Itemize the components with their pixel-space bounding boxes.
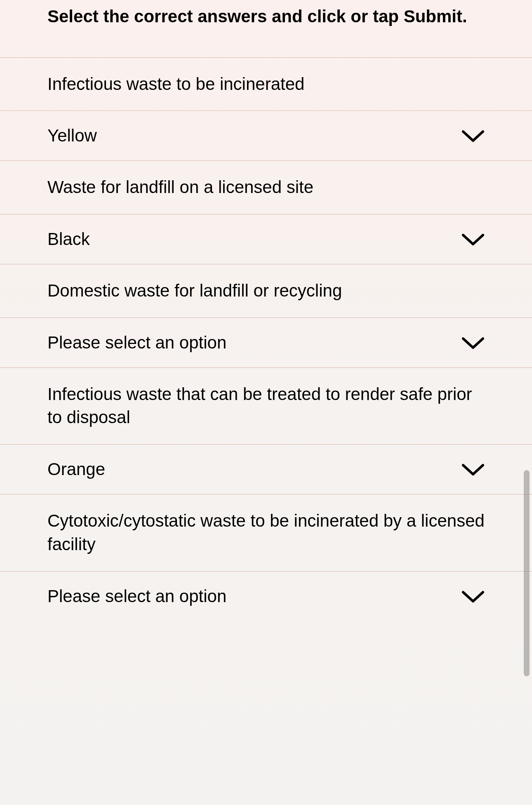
question-row: Domestic waste for landfill or recycling <box>0 264 532 318</box>
scrollbar[interactable] <box>524 470 530 676</box>
answer-select-2[interactable]: Black <box>0 214 532 264</box>
question-row: Cytotoxic/cytostatic waste to be inciner… <box>0 494 532 571</box>
chevron-down-icon <box>461 128 485 143</box>
answer-select-5[interactable]: Please select an option <box>0 571 532 621</box>
question-row: Infectious waste that can be treated to … <box>0 367 532 444</box>
answer-select-3[interactable]: Please select an option <box>0 318 532 367</box>
chevron-down-icon <box>461 462 485 477</box>
answer-select-label: Black <box>47 229 90 249</box>
answer-select-label: Please select an option <box>47 333 226 353</box>
answer-select-label: Orange <box>47 459 105 479</box>
answer-select-label: Please select an option <box>47 586 226 606</box>
chevron-down-icon <box>461 589 485 604</box>
answer-select-1[interactable]: Yellow <box>0 111 532 160</box>
question-row: Infectious waste to be incinerated <box>0 57 532 111</box>
chevron-down-icon <box>461 335 485 350</box>
instruction-text: Select the correct answers and click or … <box>0 0 532 57</box>
question-row: Waste for landfill on a licensed site <box>0 160 532 214</box>
answer-select-label: Yellow <box>47 126 97 146</box>
chevron-down-icon <box>461 232 485 247</box>
answer-select-4[interactable]: Orange <box>0 444 532 494</box>
